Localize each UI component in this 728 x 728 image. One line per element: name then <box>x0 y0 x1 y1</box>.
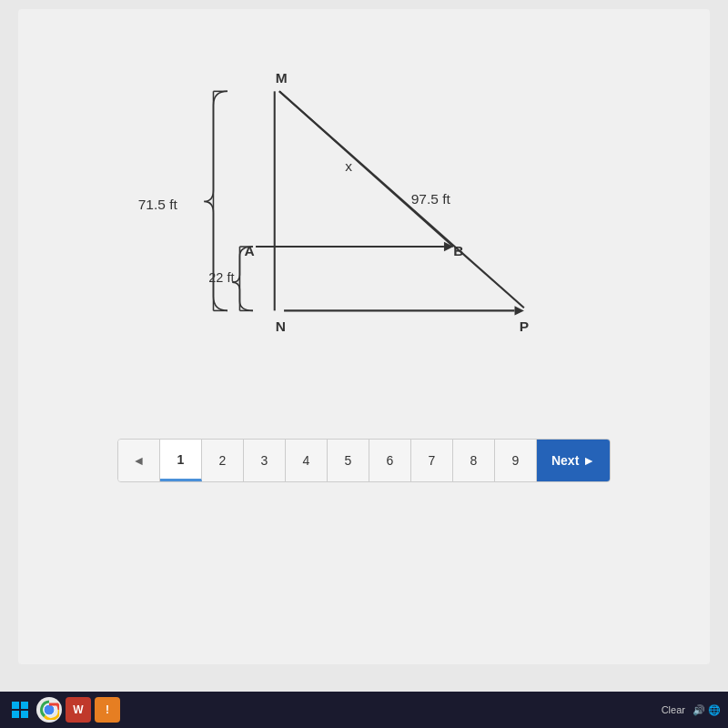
page-3-button[interactable]: 3 <box>244 440 286 481</box>
page-6-button[interactable]: 6 <box>369 440 411 481</box>
label-97-5: 97.5 ft <box>411 191 451 207</box>
svg-point-17 <box>44 704 55 715</box>
diagram-area: 71.5 ft 22 ft x 97.5 ft M A B N P <box>91 46 637 391</box>
main-content: 71.5 ft 22 ft x 97.5 ft M A B N P ◄ 1 <box>18 9 710 664</box>
svg-line-4 <box>279 91 453 247</box>
taskbar-icons-area: 🔊 🌐 <box>693 704 721 716</box>
windows-icon[interactable] <box>7 697 33 723</box>
label-P: P <box>520 318 529 334</box>
label-x: x <box>345 158 352 174</box>
taskbar-status: Clear <box>662 704 685 715</box>
label-M: M <box>276 70 288 86</box>
label-A: A <box>245 243 255 258</box>
page-4-button[interactable]: 4 <box>286 440 328 481</box>
next-button[interactable]: Next ► <box>537 440 610 481</box>
label-B: B <box>453 243 463 258</box>
taskbar-right: Clear 🔊 🌐 <box>662 704 721 716</box>
prev-button[interactable]: ◄ <box>118 440 160 481</box>
svg-rect-13 <box>12 702 19 709</box>
svg-rect-16 <box>21 711 28 718</box>
page-7-button[interactable]: 7 <box>411 440 453 481</box>
page-5-button[interactable]: 5 <box>328 440 369 481</box>
page-8-button[interactable]: 8 <box>453 440 495 481</box>
chrome-icon[interactable] <box>36 697 62 723</box>
label-71-5: 71.5 ft <box>138 197 178 212</box>
label-22: 22 ft <box>208 270 234 285</box>
svg-rect-14 <box>21 702 28 709</box>
app1-icon[interactable]: W <box>66 697 91 723</box>
taskbar: W ! Clear 🔊 🌐 <box>0 692 728 728</box>
geometry-svg: 71.5 ft 22 ft x 97.5 ft M A B N P <box>91 46 637 391</box>
page-2-button[interactable]: 2 <box>202 440 244 481</box>
page-1-button[interactable]: 1 <box>160 440 202 481</box>
app2-icon[interactable]: ! <box>95 697 120 723</box>
label-N: N <box>276 318 286 334</box>
pagination-bar: ◄ 1 2 3 4 5 6 7 8 9 Next ► <box>117 439 611 482</box>
svg-rect-15 <box>12 711 19 718</box>
page-9-button[interactable]: 9 <box>495 440 537 481</box>
